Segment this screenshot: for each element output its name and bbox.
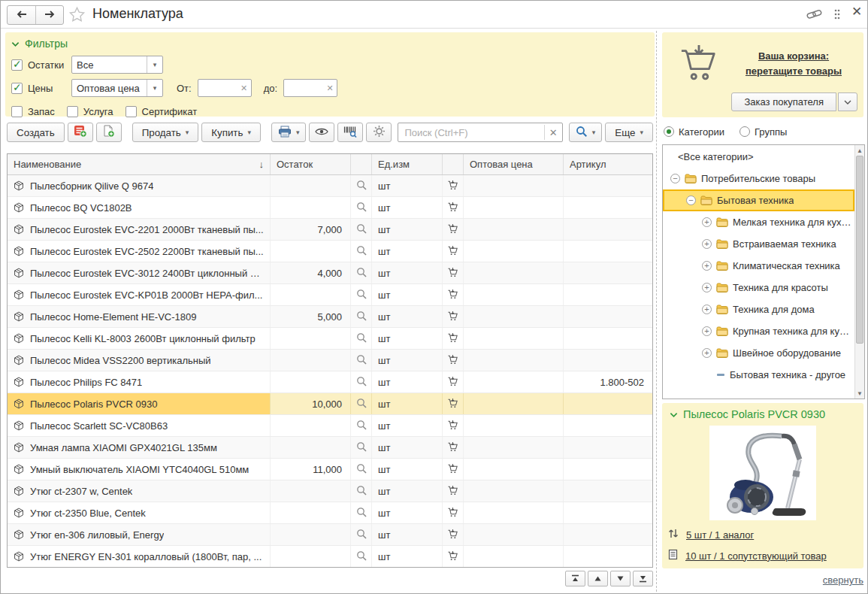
add-to-cart-button[interactable] <box>443 546 464 567</box>
add-to-cart-button[interactable] <box>443 350 464 371</box>
table-row[interactable]: Пылесос Eurostek EVC-2201 2000Вт тканевы… <box>8 219 652 241</box>
table-row[interactable]: Утюг en-306 лиловый, Energy шт <box>8 524 652 546</box>
add-to-cart-button[interactable] <box>443 393 464 414</box>
quick-view-button[interactable] <box>351 524 372 545</box>
tree-item[interactable]: +Крупная техника для кух... <box>663 320 854 342</box>
collapse-expander-icon[interactable]: − <box>670 174 680 183</box>
add-to-cart-button[interactable] <box>443 437 464 458</box>
filters-collapse-header[interactable]: Фильтры <box>11 36 649 51</box>
tree-item[interactable]: −Бытовая техника <box>663 189 854 211</box>
favorite-star-icon[interactable] <box>68 6 86 26</box>
quick-view-button[interactable] <box>351 459 372 480</box>
table-row[interactable]: Пылесос Eurostek EVC-2502 2200Вт тканевы… <box>8 241 652 262</box>
add-to-cart-button[interactable] <box>443 502 464 523</box>
add-to-cart-button[interactable] <box>443 284 464 305</box>
create-button[interactable]: Создать <box>7 123 65 142</box>
quick-view-button[interactable] <box>351 306 372 327</box>
scroll-up-icon[interactable]: ▲ <box>855 146 864 155</box>
price-to-input[interactable] <box>284 83 323 94</box>
table-row[interactable]: Утюг ENERGY EN-301 коралловый (1800Вт, п… <box>8 546 652 568</box>
table-row[interactable]: Пылесос Eurostek EVC-KP01B 2000Вт HEPA-ф… <box>8 284 652 306</box>
tree-scrollbar[interactable]: ▲ ▼ <box>854 145 864 399</box>
add-to-cart-button[interactable] <box>443 524 464 545</box>
tree-item[interactable]: −Потребительские товары <box>663 168 854 189</box>
column-header-name[interactable]: Наименование↓ <box>8 154 271 174</box>
add-to-cart-button[interactable] <box>443 241 464 262</box>
create-group-button[interactable] <box>68 123 93 142</box>
price-filter-checkbox[interactable] <box>11 83 23 94</box>
add-to-cart-button[interactable] <box>443 371 464 392</box>
expand-expander-icon[interactable]: + <box>702 348 712 358</box>
search-button[interactable]: ▾ <box>569 123 603 142</box>
quick-view-button[interactable] <box>351 480 372 502</box>
tree-item[interactable]: Бытовая техника - другое <box>663 364 854 386</box>
quick-view-button[interactable] <box>351 371 372 392</box>
add-to-cart-button[interactable] <box>443 197 464 218</box>
quick-view-button[interactable] <box>351 197 372 218</box>
add-to-cart-button[interactable] <box>443 262 464 283</box>
stock-filter-checkbox[interactable] <box>11 59 23 71</box>
settings-button[interactable] <box>366 123 392 142</box>
go-first-button[interactable] <box>565 571 585 586</box>
quick-view-button[interactable] <box>351 262 372 283</box>
add-to-cart-button[interactable] <box>443 306 464 327</box>
sell-button[interactable]: Продать▾ <box>132 123 199 142</box>
quick-view-button[interactable] <box>351 350 372 371</box>
add-to-cart-button[interactable] <box>443 415 464 436</box>
quick-view-button[interactable] <box>351 284 372 305</box>
print-button[interactable]: ▾ <box>271 123 307 142</box>
scroll-down-icon[interactable]: ▼ <box>855 389 864 398</box>
zapas-checkbox[interactable] <box>11 106 23 117</box>
table-row[interactable]: Умный выключатель XIAOMI YTC4040GL 510мм… <box>8 459 652 480</box>
table-row[interactable]: Пылесос Polaris PVCR 0930 10,000 шт <box>8 393 652 415</box>
quick-view-button[interactable] <box>351 546 372 567</box>
column-header-article[interactable]: Артикул <box>564 154 652 174</box>
related-items-link[interactable]: 10 шт / 1 сопутствующий товар <box>668 549 827 562</box>
price-type-select[interactable]: Оптовая цена ▾ <box>71 79 163 97</box>
quick-view-button[interactable] <box>351 415 372 436</box>
tree-item[interactable]: +Мелкая техника для кухни <box>663 211 854 233</box>
column-header-price[interactable]: Оптовая цена <box>464 154 564 174</box>
categories-radio[interactable]: Категории <box>664 126 724 138</box>
quick-view-button[interactable] <box>351 502 372 523</box>
sertifikat-checkbox[interactable] <box>126 106 137 117</box>
customer-order-button[interactable]: Заказ покупателя <box>731 92 836 111</box>
get-link-icon[interactable] <box>806 9 822 22</box>
column-header-unit[interactable]: Ед.изм <box>372 154 443 174</box>
forward-button[interactable] <box>35 6 63 24</box>
usluga-checkbox[interactable] <box>67 106 78 117</box>
clear-x-icon[interactable]: ✕ <box>323 83 337 93</box>
add-to-cart-button[interactable] <box>443 175 464 196</box>
add-to-cart-button[interactable] <box>443 480 464 502</box>
more-button[interactable]: Еще▾ <box>605 123 653 142</box>
table-row[interactable]: Пылесос Scarlett SC-VC80B63 шт <box>8 415 652 437</box>
preview-button[interactable] <box>309 123 334 142</box>
table-row[interactable]: Пылесос Midea VSS2200 вертикальный шт <box>8 350 652 371</box>
column-header-stock[interactable]: Остаток <box>271 154 351 174</box>
tree-item[interactable]: <Все категории> <box>663 146 854 168</box>
quick-view-button[interactable] <box>351 241 372 262</box>
table-row[interactable]: Пылесос Kelli KL-8003 2600Вт циклонный ф… <box>8 328 652 350</box>
cart-link[interactable]: Ваша корзина: перетащите товары <box>731 49 856 78</box>
tree-item[interactable]: +Техника для дома <box>663 299 854 320</box>
tree-item[interactable]: +Климатическая техника <box>663 255 854 277</box>
table-row[interactable]: Пылесос BQ VC1802B шт <box>8 197 652 219</box>
table-row[interactable]: Пылесос Eurostek EVC-3012 2400Вт циклонн… <box>8 262 652 284</box>
column-header-cart[interactable] <box>443 154 464 174</box>
expand-expander-icon[interactable]: + <box>702 261 712 271</box>
groups-radio[interactable]: Группы <box>739 126 787 138</box>
clear-x-icon[interactable]: ✕ <box>544 125 562 140</box>
analogs-link[interactable]: 5 шт / 1 аналог <box>668 528 754 541</box>
collapse-panel-link[interactable]: свернуть <box>823 574 863 586</box>
more-menu-icon[interactable] <box>833 8 841 23</box>
column-header-quickview[interactable] <box>351 154 372 174</box>
expand-expander-icon[interactable]: + <box>702 305 712 314</box>
back-button[interactable] <box>8 6 35 24</box>
close-icon[interactable]: ✕ <box>851 5 862 18</box>
add-to-cart-button[interactable] <box>443 328 464 349</box>
clear-x-icon[interactable]: ✕ <box>237 83 251 93</box>
stock-filter-select[interactable]: Все ▾ <box>71 56 163 74</box>
expand-expander-icon[interactable]: + <box>702 239 712 249</box>
go-next-button[interactable] <box>610 571 631 586</box>
cart-dropzone[interactable]: Ваша корзина: перетащите товары Заказ по… <box>662 32 863 117</box>
